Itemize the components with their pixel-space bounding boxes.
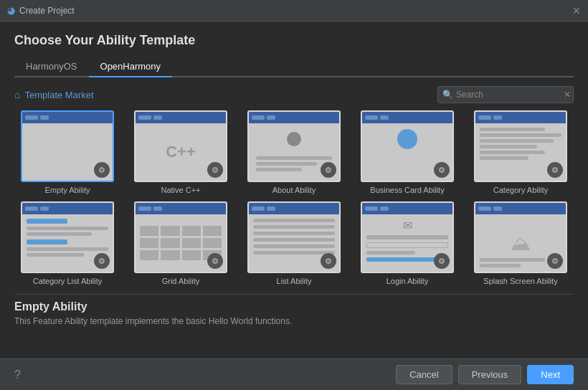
gear-badge-catlist: ⚙: [94, 253, 110, 269]
selected-template-desc: This Feature Ability template implements…: [14, 316, 574, 326]
card-body-catlist: ⚙: [22, 214, 113, 272]
page-title: Choose Your Ability Template: [14, 33, 574, 48]
card-top-business: [362, 112, 452, 123]
help-button[interactable]: ?: [14, 368, 21, 381]
card-dot-splash: [478, 206, 491, 211]
gear-badge-empty: ⚙: [94, 162, 110, 178]
card-dot2-about: [267, 115, 275, 120]
card-top-empty: [22, 112, 113, 123]
mountain-icon: ⛰: [511, 232, 531, 255]
about-line-1: [256, 156, 332, 160]
template-label-business: Business Card Ability: [370, 186, 444, 194]
card-dot-category: [478, 115, 491, 120]
close-button[interactable]: ✕: [572, 5, 581, 16]
card-dot2-cpp: [153, 115, 162, 120]
card-dot-grid: [138, 206, 151, 211]
template-label-catlist: Category List Ability: [33, 277, 103, 285]
card-body-grid: ⚙: [136, 214, 226, 272]
card-top-login: [362, 203, 452, 214]
card-top-about: [249, 112, 339, 123]
search-clear-button[interactable]: ✕: [564, 90, 571, 100]
card-body-splash: ⛰ ⚙: [475, 214, 566, 272]
section-title-label: Template Market: [24, 90, 93, 100]
about-line-3: [256, 168, 302, 171]
card-dot-business: [365, 115, 378, 120]
search-box[interactable]: 🔍 ✕: [437, 86, 574, 103]
card-top-grid: [136, 203, 226, 214]
section-title-area: ⌂ Template Market: [14, 89, 94, 100]
gear-badge-about: ⚙: [321, 162, 336, 178]
template-card-login[interactable]: ✉ ⚙: [361, 201, 454, 273]
template-card-cpp[interactable]: C++ ⚙: [134, 110, 227, 182]
template-item-splash[interactable]: ⛰ ⚙ Splash Screen Ability: [468, 201, 574, 285]
template-item-business[interactable]: ⚙ Business Card Ability: [354, 110, 460, 194]
template-label-splash: Splash Screen Ability: [483, 277, 557, 285]
card-dot2-login: [380, 206, 389, 211]
template-item-list[interactable]: ⚙ List Ability: [241, 201, 347, 285]
card-dot-list: [252, 206, 265, 211]
title-bar-title: Create Project: [19, 6, 75, 16]
card-body-category: ⚙: [475, 123, 566, 181]
card-dot: [25, 115, 38, 120]
about-line-2: [256, 162, 317, 166]
template-card-about[interactable]: ⚙: [247, 110, 341, 182]
template-label-cpp: Native C++: [161, 186, 200, 194]
card-dot2-category: [493, 115, 502, 120]
template-item-login[interactable]: ✉ ⚙ Login Ability: [354, 201, 460, 285]
template-label-category: Category Ability: [493, 186, 548, 194]
template-item-cpp[interactable]: C++ ⚙ Native C++: [128, 110, 234, 194]
selected-info: Empty Ability This Feature Ability templ…: [14, 294, 574, 335]
card-dot-catlist: [25, 206, 38, 211]
home-icon: ⌂: [14, 89, 20, 100]
template-card-grid[interactable]: ⚙: [134, 201, 227, 273]
card-dot2-business: [380, 115, 389, 120]
card-body-cpp: C++ ⚙: [136, 123, 226, 181]
card-top-category: [475, 112, 566, 123]
template-card-splash[interactable]: ⛰ ⚙: [474, 201, 567, 273]
previous-button[interactable]: Previous: [458, 365, 522, 384]
card-top-cpp: [136, 112, 226, 123]
template-item-category[interactable]: ⚙ Category Ability: [468, 110, 574, 194]
template-label-empty: Empty Ability: [45, 186, 90, 194]
card-body-about: ⚙: [249, 123, 339, 181]
template-card-list[interactable]: ⚙: [247, 201, 341, 273]
search-input[interactable]: [456, 90, 564, 100]
card-top-list: [249, 203, 339, 214]
template-label-list: List Ability: [277, 277, 312, 285]
section-header: ⌂ Template Market 🔍 ✕: [14, 86, 574, 103]
template-item-empty[interactable]: ⚙ Empty Ability: [14, 110, 120, 194]
footer-buttons: Cancel Previous Next: [396, 365, 574, 384]
template-card-business[interactable]: ⚙: [361, 110, 454, 182]
template-item-catlist[interactable]: ⚙ Category List Ability: [14, 201, 120, 285]
card-dot2-list: [267, 206, 275, 211]
gear-badge-grid: ⚙: [207, 253, 223, 269]
gear-badge-list: ⚙: [321, 253, 336, 269]
card-dot-about: [252, 115, 265, 120]
card-top-splash: [475, 203, 566, 214]
tab-openharmony[interactable]: OpenHarmony: [89, 57, 173, 77]
template-card-category[interactable]: ⚙: [474, 110, 567, 182]
tabs-bar: HarmonyOS OpenHarmony: [14, 57, 574, 77]
templates-grid: ⚙ Empty Ability C++ ⚙ Native C++: [14, 110, 574, 285]
card-body-login: ✉ ⚙: [362, 214, 452, 272]
template-card-catlist[interactable]: ⚙: [21, 201, 114, 273]
card-body-list: ⚙: [249, 214, 339, 272]
main-content: Choose Your Ability Template HarmonyOS O…: [0, 22, 588, 346]
template-label-login: Login Ability: [387, 277, 429, 285]
business-avatar: [397, 129, 417, 149]
gear-badge-login: ⚙: [434, 253, 450, 269]
cpp-text: C++: [166, 143, 196, 161]
template-label-grid: Grid Ability: [162, 277, 200, 285]
tab-harmonyos[interactable]: HarmonyOS: [14, 57, 89, 77]
about-avatar: [287, 132, 301, 146]
cancel-button[interactable]: Cancel: [396, 365, 452, 384]
template-card-empty[interactable]: ⚙: [21, 110, 114, 182]
gear-badge-business: ⚙: [434, 162, 450, 178]
title-bar: ◕ Create Project ✕: [0, 0, 588, 22]
template-item-about[interactable]: ⚙ About Ability: [241, 110, 347, 194]
card-dot2: [40, 115, 49, 120]
template-label-about: About Ability: [272, 186, 316, 194]
next-button[interactable]: Next: [527, 365, 574, 384]
template-item-grid[interactable]: ⚙ Grid Ability: [128, 201, 234, 285]
card-body-business: ⚙: [362, 123, 452, 181]
